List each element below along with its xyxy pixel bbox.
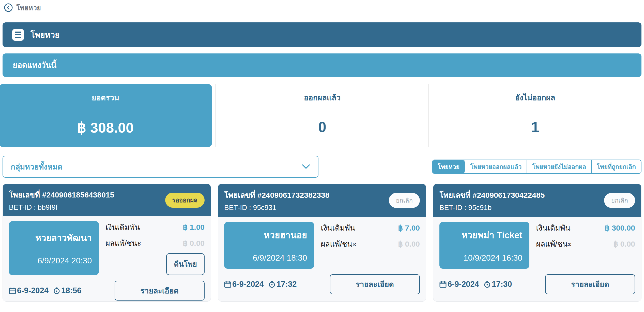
stat-total-card: ยอดรวม ฿ 308.00 [0,84,212,147]
stat-announced-value: 0 [318,118,326,135]
back-button[interactable] [4,3,13,12]
created-stamp: 6-9-2024 17:32 [224,280,297,289]
clock-icon [484,281,491,288]
lottery-name: หวยลาวพัฒนา [35,231,92,245]
tab-announced-tickets[interactable]: โพยหวยออกผลแล้ว [465,160,527,173]
created-stamp: 6-9-2024 18:56 [9,286,81,295]
ticket-list-icon [12,29,24,41]
ticket-card-header: โพยเลขที่ #2409061856438015 BET-ID : bb9… [3,184,211,216]
ticket-card: โพยเลขที่ #2409061856438015 BET-ID : bb9… [3,184,211,302]
bet-amount-value: ฿ 1.00 [183,223,205,232]
details-button[interactable]: รายละเอียด [545,274,635,294]
status-badge: รอออกผล [165,193,205,208]
lottery-tile: หวยฮานอย 6/9/2024 18:30 [224,222,314,269]
lottery-name: หวยพม่า Ticket [462,228,522,242]
created-date: 6-9-2024 [448,280,479,289]
stat-announced-label: ออกผลแล้ว [304,92,341,104]
ticket-card-footer: 6-9-2024 17:30 รายละเอียด [433,272,641,301]
stat-total: ยอดรวม ฿ 308.00 [3,84,216,147]
created-date: 6-9-2024 [232,280,264,289]
calendar-icon [9,287,16,294]
bet-amount-value: ฿ 300.00 [605,223,635,232]
created-time: 18:56 [61,286,81,295]
bet-amount-label: เงินเดิมพัน [536,222,570,234]
clock-icon [53,287,60,294]
lottery-group-dropdown[interactable]: กลุ่มหวยทั้งหมด [3,156,318,178]
win-lose-value: ฿ 0.00 [183,239,205,248]
ticket-card-header: โพยเลขที่ #2409061730422485 BET-ID : 95c… [433,184,641,217]
ticket-card-body: หวยพม่า Ticket 10/9/2024 16:30 เงินเดิมพ… [433,217,641,272]
stats-row: ยอดรวม ฿ 308.00 ออกผลแล้ว 0 ยังไม่ออกผล … [3,84,641,147]
lottery-name: หวยฮานอย [264,228,307,242]
stat-pending: ยังไม่ออกผล 1 [428,84,641,147]
lottery-tile: หวยพม่า Ticket 10/9/2024 16:30 [439,222,529,269]
lottery-group-dropdown-value: กลุ่มหวยทั้งหมด [11,161,63,173]
stat-pending-label: ยังไม่ออกผล [515,92,555,104]
win-lose-value: ฿ 0.00 [613,239,635,248]
ticket-card-body: หวยฮานอย 6/9/2024 18:30 เงินเดิมพัน ฿ 7.… [218,217,426,272]
ticket-number: โพยเลขที่ #2409061732382338 [224,189,329,201]
section-title: โพยหวย [30,28,60,41]
draw-datetime: 10/9/2024 16:30 [464,253,522,263]
today-total-bar: ยอดแทงวันนี้ [3,53,641,77]
bet-id: BET-ID : 95c931 [224,204,329,212]
tab-cancelled-tickets[interactable]: โพยที่ถูกยกเลิก [591,160,641,173]
created-stamp: 6-9-2024 17:30 [439,280,512,289]
stat-pending-value: 1 [531,118,539,135]
calendar-icon [224,281,231,288]
ticket-card: โพยเลขที่ #2409061732382338 BET-ID : 95c… [218,184,426,302]
win-lose-label: ผลแพ้/ชนะ [536,238,572,250]
tab-pending-tickets[interactable]: โพยหวยยังไม่ออกผล [527,160,591,173]
ticket-card-footer: 6-9-2024 18:56 รายละเอียด [3,278,211,302]
page-header-row: โพยหวย [4,2,641,13]
ticket-card: โพยเลขที่ #2409061730422485 BET-ID : 95c… [433,184,641,302]
created-date: 6-9-2024 [17,286,49,295]
ticket-filter-tabs: โพยหวย โพยหวยออกผลแล้ว โพยหวยยังไม่ออกผล… [432,160,641,174]
stat-total-label: ยอดรวม [92,92,119,104]
draw-datetime: 6/9/2024 20:30 [38,256,92,265]
page-title: โพยหวย [16,2,41,13]
win-lose-value: ฿ 0.00 [398,239,420,248]
ticket-card-footer: 6-9-2024 17:32 รายละเอียด [218,272,426,301]
created-time: 17:32 [277,280,297,289]
status-badge: ยกเลิก [604,193,635,208]
draw-datetime: 6/9/2024 18:30 [253,253,307,263]
back-arrow-icon [4,3,13,12]
bet-amount-label: เงินเดิมพัน [105,221,140,233]
section-header-bar: โพยหวย [3,22,641,47]
win-lose-label: ผลแพ้/ชนะ [105,237,141,249]
bet-id: BET-ID : bb9f9f [9,203,114,211]
ticket-card-body: หวยลาวพัฒนา 6/9/2024 20:30 เงินเดิมพัน ฿… [3,216,211,278]
win-lose-label: ผลแพ้/ชนะ [321,238,356,250]
return-ticket-button[interactable]: คืนโพย [166,253,205,275]
details-button[interactable]: รายละเอียด [115,281,205,301]
ticket-number: โพยเลขที่ #2409061856438015 [9,189,114,201]
calendar-icon [439,281,447,288]
clock-icon [268,281,275,288]
bet-id: BET-ID : 95c91b [439,204,545,212]
today-total-label: ยอดแทงวันนี้ [13,59,56,72]
bet-amount-value: ฿ 7.00 [398,223,420,232]
tab-all-tickets[interactable]: โพยหวย [433,160,465,173]
bet-amount-label: เงินเดิมพัน [321,222,355,234]
details-button[interactable]: รายละเอียด [330,274,420,294]
stat-total-value: ฿ 308.00 [77,119,134,136]
stat-announced: ออกผลแล้ว 0 [216,84,428,147]
ticket-card-header: โพยเลขที่ #2409061732382338 BET-ID : 95c… [218,184,426,217]
created-time: 17:30 [492,280,512,289]
ticket-card-list: โพยเลขที่ #2409061856438015 BET-ID : bb9… [3,184,641,302]
filter-row: กลุ่มหวยทั้งหมด โพยหวย โพยหวยออกผลแล้ว โ… [3,156,641,178]
lottery-tile: หวยลาวพัฒนา 6/9/2024 20:30 [9,221,99,275]
chevron-down-icon [302,164,310,169]
ticket-number: โพยเลขที่ #2409061730422485 [439,189,545,201]
status-badge: ยกเลิก [389,193,420,208]
